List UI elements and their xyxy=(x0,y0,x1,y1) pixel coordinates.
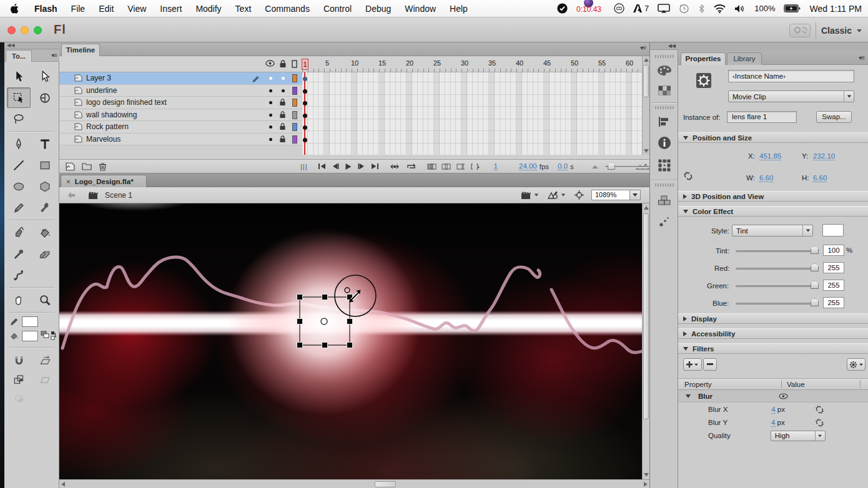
layer-lock-icon[interactable] xyxy=(279,99,286,106)
timeline-panel-menu-icon[interactable]: ▾≡ xyxy=(640,44,646,51)
center-stage-button[interactable] xyxy=(575,190,584,200)
modify-markers-button[interactable] xyxy=(470,163,480,170)
layer-lock-dot[interactable] xyxy=(282,89,285,92)
gradient-transform-tool[interactable] xyxy=(33,87,57,108)
swap-button[interactable]: Swap... xyxy=(816,111,852,123)
dock-grip[interactable] xyxy=(655,183,674,187)
section-display[interactable]: Display xyxy=(678,313,868,324)
section-filters[interactable]: Filters xyxy=(678,343,868,354)
volume-icon[interactable] xyxy=(734,4,746,13)
filter-row-blur[interactable]: Blur xyxy=(678,390,868,403)
edit-scene-button[interactable] xyxy=(521,191,539,200)
section-accessibility[interactable]: Accessibility xyxy=(678,328,868,339)
layer-name[interactable]: Rock pattern xyxy=(86,122,129,131)
tools-panel-menu-icon[interactable]: ▾≡ xyxy=(51,52,57,59)
new-folder-button[interactable] xyxy=(82,162,92,170)
tab-library[interactable]: Library xyxy=(727,52,762,65)
green-slider-thumb[interactable] xyxy=(811,281,819,289)
stroke-color-swatch[interactable] xyxy=(22,316,38,327)
stage-zoom-dropdown-icon[interactable] xyxy=(630,190,641,200)
layer-row-rock-pattern[interactable]: Rock pattern xyxy=(59,121,302,134)
filter-group-expanded-icon[interactable] xyxy=(686,394,691,398)
menu-control[interactable]: Control xyxy=(317,0,358,17)
layer-color-swatch[interactable] xyxy=(292,111,297,119)
selection-tool[interactable] xyxy=(7,66,31,87)
lasso-tool[interactable] xyxy=(7,109,31,129)
scroll-left-icon[interactable] xyxy=(61,482,65,487)
lock-all-layers-icon[interactable] xyxy=(279,60,287,68)
snap-to-objects-option[interactable] xyxy=(7,351,31,371)
wifi-icon[interactable] xyxy=(714,4,726,13)
tab-properties[interactable]: Properties xyxy=(681,52,726,65)
tint-slider[interactable] xyxy=(736,250,818,252)
layer-visible-dot[interactable] xyxy=(269,89,272,92)
screen-recording-timer[interactable]: 0:10:43 xyxy=(576,4,605,14)
dock-grip[interactable] xyxy=(655,106,674,109)
value-column-header[interactable]: Value xyxy=(782,381,860,388)
go-to-last-frame-button[interactable] xyxy=(371,163,379,170)
instance-of-field[interactable]: lens flare 1 xyxy=(727,111,797,123)
layer-name[interactable]: Layer 3 xyxy=(86,74,111,82)
layer-color-swatch[interactable] xyxy=(292,74,297,82)
zoom-tool[interactable] xyxy=(33,290,57,310)
symbol-type-dropdown-icon[interactable] xyxy=(844,91,854,102)
layer-visible-dot[interactable] xyxy=(269,125,272,129)
blue-slider[interactable] xyxy=(736,303,818,305)
filter-options-button[interactable] xyxy=(847,358,866,371)
bluetooth-icon[interactable] xyxy=(698,4,705,14)
filter-enabled-eye-icon[interactable] xyxy=(779,393,788,399)
layer-lock-icon[interactable] xyxy=(279,123,286,130)
align-panel-button[interactable] xyxy=(654,112,675,131)
hand-tool[interactable] xyxy=(7,290,31,310)
timeline-tab[interactable]: Timeline xyxy=(61,44,100,56)
layer-lock-icon[interactable] xyxy=(279,135,286,143)
scroll-down-icon[interactable] xyxy=(644,473,649,477)
timeline-vertical-scrollbar[interactable] xyxy=(642,56,649,155)
layer-color-swatch[interactable] xyxy=(292,99,297,107)
timeline-zoom-slider-thumb[interactable] xyxy=(608,162,615,170)
frame-grid[interactable] xyxy=(302,72,642,155)
workspace-dropdown-icon[interactable] xyxy=(857,29,862,32)
stage-zoom-value[interactable]: 1089% xyxy=(591,190,630,200)
layer-color-swatch[interactable] xyxy=(292,87,297,95)
section-position-and-size[interactable]: Position and Size xyxy=(678,132,868,143)
layer-visible-dot[interactable] xyxy=(269,101,272,104)
style-dropdown[interactable]: Tint xyxy=(732,225,813,237)
keyframe-dot[interactable] xyxy=(303,125,307,130)
menu-file[interactable]: File xyxy=(64,0,92,17)
blur-link-icon[interactable] xyxy=(815,418,824,427)
apple-menu-icon[interactable] xyxy=(0,4,27,14)
go-to-first-frame-button[interactable] xyxy=(318,163,326,170)
oval-tool[interactable] xyxy=(7,176,31,197)
paint-bucket-tool[interactable] xyxy=(33,222,57,243)
close-window-button[interactable] xyxy=(7,26,16,34)
layer-visible-dot[interactable] xyxy=(269,138,272,141)
menu-edit[interactable]: Edit xyxy=(92,0,121,17)
scroll-up-icon[interactable] xyxy=(644,206,649,210)
property-column-header[interactable]: Property xyxy=(678,381,781,388)
default-swap-colors-icon[interactable] xyxy=(41,331,57,342)
collapse-tools-icon[interactable]: ◀◀ xyxy=(4,42,59,49)
layer-color-swatch[interactable] xyxy=(292,123,297,131)
timeline-zoom-out-icon[interactable] xyxy=(591,164,599,169)
brush-tool[interactable] xyxy=(33,197,57,218)
keyframe-dot[interactable] xyxy=(303,77,307,81)
battery-icon[interactable] xyxy=(784,4,801,12)
layer-row-logo-text[interactable]: logo design finished text xyxy=(59,97,302,109)
strings-panel-button[interactable] xyxy=(654,212,675,231)
symbol-type-dropdown[interactable]: Movie Clip xyxy=(728,90,854,102)
menu-modify[interactable]: Modify xyxy=(189,0,228,17)
polystar-tool[interactable] xyxy=(33,176,57,197)
menu-text[interactable]: Text xyxy=(229,0,259,17)
h-value[interactable]: 6.60 xyxy=(813,174,827,182)
current-frame-field[interactable]: 1 xyxy=(494,162,498,170)
section-3d-position[interactable]: 3D Position and View xyxy=(678,191,868,202)
loop-playback-button[interactable] xyxy=(407,163,416,170)
blue-slider-thumb[interactable] xyxy=(811,298,819,306)
onion-skin-outlines-button[interactable] xyxy=(441,163,451,170)
scrollbar-thumb[interactable] xyxy=(643,213,649,419)
airplay-display-icon[interactable] xyxy=(658,4,670,13)
scene-panel-button[interactable] xyxy=(654,191,675,210)
info-panel-button[interactable] xyxy=(654,134,675,152)
menubar-clock[interactable]: Wed 1:11 PM xyxy=(809,4,862,14)
